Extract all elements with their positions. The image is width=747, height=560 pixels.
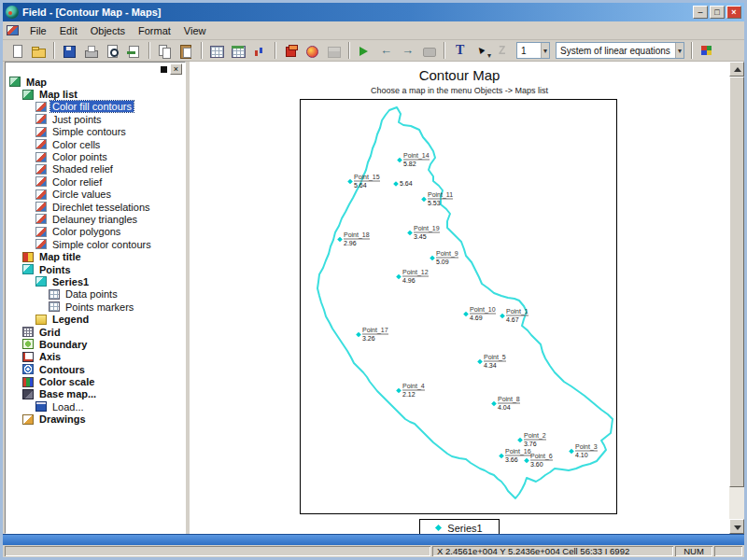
map-point-point-2[interactable]: Point_23.76 [518,432,546,448]
map-point-point-10[interactable]: Point_104.69 [464,306,496,322]
tree-item-points[interactable]: Points [6,263,185,275]
map-point-point-18[interactable]: Point_182.96 [338,231,370,247]
tree-item-color-polygons[interactable]: Color polygons [6,226,185,238]
print-preview-button[interactable] [103,41,122,60]
tree-item-points-markers[interactable]: Points markers [6,301,185,313]
quick-color-button[interactable] [303,41,322,60]
close-button[interactable]: × [726,6,741,19]
forward-button[interactable] [398,41,417,60]
print-button[interactable] [81,41,101,60]
paste-button[interactable] [176,41,196,60]
zoom-button[interactable] [355,41,374,60]
minimize-button[interactable]: – [693,6,708,19]
text-tool-button[interactable] [450,41,470,60]
map-point-point-9[interactable]: Point_95.09 [430,250,458,266]
image-button [324,41,344,60]
map-point-point-14[interactable]: Point_145.82 [398,152,430,168]
status-right-panel [714,546,742,556]
map-point-point-15[interactable]: Point_155.64 [348,174,380,189]
worksheet-button[interactable] [229,41,248,60]
tree-item-color-fill-contours[interactable]: Color fill contours [6,101,185,113]
tree-item-map[interactable]: Map [6,76,185,88]
menu-view[interactable]: View [177,22,213,39]
drawings-icon [22,414,34,425]
map-layer-icon [35,127,47,137]
tree-item-load[interactable]: Load... [6,400,185,413]
chevron-down-icon[interactable]: ▾ [541,43,549,58]
horizontal-scrollbar[interactable] [3,534,744,545]
save-button[interactable] [60,41,79,60]
tree-item-shaded-relief[interactable]: Shaded relief [6,163,185,175]
tree-item-just-points[interactable]: Just points [6,113,185,125]
map-point-point-17[interactable]: Point_173.26 [357,327,388,343]
line-width-spinner[interactable]: 1▾ [516,42,550,59]
tree-item-series1[interactable]: Series1 [6,275,185,287]
tree-item-drawings[interactable]: Drawings [6,413,185,426]
map-point-point-12[interactable]: Point_124.96 [397,269,429,285]
map-point-point-6[interactable]: Point_63.60 [525,453,553,469]
restore-button[interactable]: □ [710,6,725,19]
chart-button[interactable] [250,41,270,60]
table-button[interactable] [207,41,227,60]
tree-item-boundary[interactable]: Boundary [6,338,185,350]
map-point-point-5[interactable]: Point_54.34 [478,354,506,370]
point-value: 3.76 [524,441,546,448]
back-icon [378,44,394,58]
scroll-thumb[interactable] [729,77,744,487]
open-button[interactable] [29,41,49,60]
tree-item-axis[interactable]: Axis [6,351,185,363]
chevron-down-icon[interactable]: ▾ [675,43,684,58]
new-button[interactable] [7,41,27,60]
tree-item-map-list[interactable]: Map list [6,88,185,100]
menu-file[interactable]: File [23,22,53,39]
panel-close-button[interactable]: × [170,63,182,75]
menu-edit[interactable]: Edit [53,22,84,39]
tree-item-data-points[interactable]: Data points [6,288,185,301]
point-marker-icon [393,181,399,187]
menu-objects[interactable]: Objects [84,22,132,39]
tree-item-contours[interactable]: Contours [6,363,185,375]
vertical-scrollbar[interactable] [729,62,744,534]
tree-item-circle-values[interactable]: Circle values [6,189,185,201]
map-point-point-1[interactable]: Point_14.67 [500,308,529,324]
point-label: Point_12 [402,269,429,277]
scroll-up-button[interactable] [729,62,744,77]
tree-item-map-title[interactable]: Map title [6,250,185,262]
map-point-point-8[interactable]: Point_84.04 [492,396,520,412]
back-button[interactable] [376,41,396,60]
tree-item-simple-color-contours[interactable]: Simple color contours [6,238,185,250]
color-grid-button[interactable] [698,41,717,60]
map-point-point-4[interactable]: Point_42.12 [397,383,425,399]
tree-item-color-cells[interactable]: Color cells [6,138,185,150]
panel-dock-icon[interactable] [161,66,167,73]
application-window: Field - [Contour Map - Maps] –□× FileEdi… [0,0,747,560]
tree-item-simple-contours[interactable]: Simple contours [6,126,185,138]
tree-item-color-relief[interactable]: Color relief [6,175,185,188]
tree-item-label: Color relief [50,176,104,188]
tree-item-grid[interactable]: Grid [6,326,185,338]
point-marker-icon [396,273,402,279]
copy-button[interactable] [155,41,175,60]
tree-item-direchlet-tesselations[interactable]: Direchlet tesselations [6,201,185,213]
map-frame[interactable]: Point_145.82Point_155.645.64Point_115.53… [300,99,617,514]
export-button[interactable] [124,41,144,60]
map-point-point-19[interactable]: Point_193.45 [408,225,440,241]
point-marker-icon [430,255,435,260]
tree-item-delauney-triangles[interactable]: Delauney triangles [6,213,185,225]
map-point[interactable]: 5.64 [394,180,413,188]
app-icon [6,6,19,19]
legend-box[interactable]: Series1 [419,519,500,534]
tree-item-color-points[interactable]: Color points [6,150,185,162]
scroll-down-button[interactable] [729,519,744,534]
pointer-tool-button[interactable] [472,41,491,60]
view-3d-button[interactable] [281,41,301,60]
qcolor-icon [304,44,320,58]
tree-item-legend[interactable]: Legend [6,313,185,325]
map-point-point-11[interactable]: Point_115.53 [422,191,453,207]
equation-method-select[interactable]: System of linear equations▾ [556,42,684,59]
tree-item-base-map[interactable]: Base map... [6,388,185,400]
map-point-point-3[interactable]: Point_34.10 [570,443,598,459]
point-label: Point_18 [344,231,370,240]
tree-item-color-scale[interactable]: Color scale [6,375,185,387]
menu-format[interactable]: Format [132,22,177,39]
